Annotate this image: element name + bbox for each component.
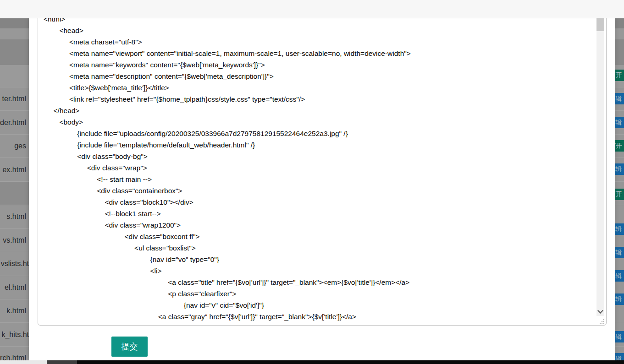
edit-badge: 编辑 — [615, 117, 624, 128]
background-file-row: vs.html — [0, 228, 29, 252]
row-separator — [615, 181, 624, 182]
bottom-bar-dark-segment — [47, 360, 77, 364]
badge-label: 编辑 — [615, 95, 622, 103]
screen: ter.htmlder.htmlgesex.htmls.htmlvs.htmlv… — [0, 0, 624, 364]
background-breadcrumb-band — [615, 28, 624, 39]
edit-badge: 编辑 — [615, 353, 624, 360]
background-header-band — [615, 18, 624, 28]
edit-badge: 编辑 — [615, 331, 624, 342]
background-file-row: k_hits.ht — [0, 322, 29, 346]
badge-label: 编辑 — [615, 249, 622, 257]
badge-label: 打开 — [615, 71, 622, 80]
file-name-fragment: rch.html — [0, 354, 26, 360]
background-file-rows: ter.htmlder.htmlgesex.htmls.htmlvs.htmlv… — [0, 87, 29, 360]
background-file-row — [0, 181, 29, 205]
file-name-fragment: k.html — [6, 307, 26, 315]
background-file-row: rch.html — [0, 346, 29, 360]
background-file-row: k.html — [0, 299, 29, 322]
badge-label: 打开 — [615, 190, 622, 199]
file-name-fragment: el.html — [5, 283, 26, 292]
bottom-bar — [0, 360, 624, 364]
file-name-fragment: ex.html — [2, 166, 26, 174]
row-separator — [615, 346, 624, 347]
submit-button[interactable]: 提交 — [111, 337, 148, 357]
edit-badge: 编辑 — [615, 93, 624, 104]
open-badge: 打开 — [615, 189, 624, 200]
file-name-fragment: vslists.ht — [1, 260, 29, 268]
open-badge: 打开 — [615, 140, 624, 152]
background-action-column: 打开编辑编辑打开编辑打开编辑编辑编辑编辑编辑编辑 — [615, 18, 624, 360]
row-separator — [615, 158, 624, 158]
row-separator — [615, 110, 624, 111]
row-separator — [615, 323, 624, 323]
background-file-row: vslists.ht — [0, 252, 29, 275]
row-separator — [615, 87, 624, 87]
background-file-row: ter.html — [0, 87, 29, 110]
bottom-bar-light-segment — [0, 360, 47, 364]
edit-badge: 编辑 — [615, 223, 624, 235]
template-code-textarea[interactable]: <html> <head> <meta charset="utf-8"> <me… — [38, 8, 607, 326]
template-edit-modal: <html> <head> <meta charset="utf-8"> <me… — [29, 18, 615, 360]
edit-badge: 编辑 — [615, 270, 624, 282]
badge-label: 编辑 — [615, 295, 622, 304]
badge-label: 编辑 — [615, 333, 622, 341]
background-toolbar-band — [0, 39, 29, 65]
badge-label: 编辑 — [615, 355, 622, 361]
edit-badge: 编辑 — [615, 163, 624, 175]
edit-badge: 编辑 — [615, 293, 624, 305]
badge-label: 编辑 — [615, 165, 622, 174]
background-file-row: ges — [0, 134, 29, 158]
badge-label: 编辑 — [615, 225, 622, 234]
badge-label: 打开 — [615, 142, 622, 150]
file-name-fragment: ter.html — [2, 95, 26, 103]
edit-badge: 编辑 — [615, 247, 624, 258]
background-breadcrumb-band — [0, 28, 29, 39]
background-file-row: ex.html — [0, 158, 29, 181]
background-file-column: ter.htmlder.htmlgesex.htmls.htmlvs.htmlv… — [0, 18, 29, 360]
file-name-fragment: der.html — [0, 119, 26, 127]
row-separator — [615, 134, 624, 135]
file-name-fragment: k_hits.ht — [1, 331, 29, 339]
bottom-bar-black-segment — [77, 360, 624, 364]
file-name-fragment: vs.html — [3, 236, 26, 244]
badge-label: 编辑 — [615, 272, 622, 280]
background-file-row: s.html — [0, 205, 29, 228]
top-bar — [0, 0, 624, 18]
row-separator — [615, 205, 624, 205]
background-file-row: el.html — [0, 276, 29, 299]
file-name-fragment: ges — [14, 142, 26, 150]
background-toolbar-band — [615, 39, 624, 65]
background-header-band — [0, 18, 29, 28]
file-name-fragment: s.html — [6, 212, 26, 221]
background-table-header-band — [0, 65, 29, 87]
background-file-row: der.html — [0, 110, 29, 134]
open-badge: 打开 — [615, 70, 624, 81]
badge-label: 编辑 — [615, 119, 622, 127]
code-editor: <html> <head> <meta charset="utf-8"> <me… — [38, 8, 607, 326]
